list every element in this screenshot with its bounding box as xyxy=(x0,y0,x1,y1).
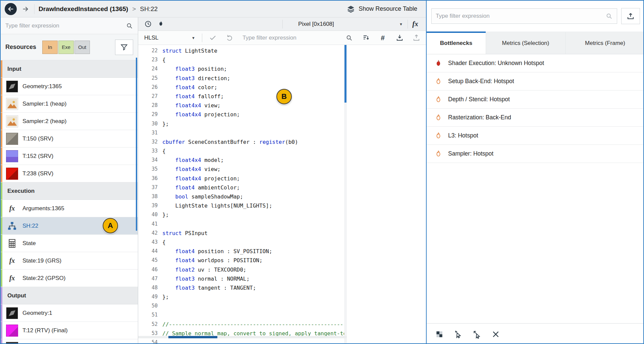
breadcrumb-resource[interactable]: SH:22 xyxy=(140,5,158,13)
back-button[interactable] xyxy=(5,3,17,15)
code-line-45[interactable]: 45 float4 worldpos : POSITION; xyxy=(138,256,347,265)
code-line-49[interactable]: 49}; xyxy=(138,292,347,301)
tab-metrics-selection[interactable]: Metrics (Selection) xyxy=(486,32,565,54)
bottleneck-item-sampler-hotspot[interactable]: Sampler: Hotspot xyxy=(427,145,644,163)
code-line-25[interactable]: 25 float3 direction; xyxy=(138,74,347,83)
code-line-32[interactable]: 32cbuffer SceneConstantBuffer : register… xyxy=(138,137,347,147)
code-line-29[interactable]: 29 float4x4 projection; xyxy=(138,110,347,119)
tab-metrics-frame[interactable]: Metrics (Frame) xyxy=(565,32,644,54)
code-line-28[interactable]: 28 float4x4 view; xyxy=(138,101,347,110)
metrics-filter-input[interactable] xyxy=(436,13,603,19)
export-metrics-button[interactable] xyxy=(621,8,640,24)
section-stripe xyxy=(1,113,2,130)
apply-button[interactable] xyxy=(206,32,219,44)
code-line-41[interactable]: 41 xyxy=(138,220,347,229)
chevron-down-icon: ▼ xyxy=(192,36,195,40)
sort-lines-button[interactable] xyxy=(360,32,372,44)
resource-item-state-22-gpso[interactable]: fxState:22 (GPSO) xyxy=(1,270,138,287)
resource-item-t-150-srv[interactable]: T:150 (SRV) xyxy=(1,130,138,148)
pixel-selector-dropdown[interactable]: Pixel [0x1608] ▼ xyxy=(283,21,408,27)
code-line-30[interactable]: 30}; xyxy=(138,119,347,128)
code-editor[interactable]: 22struct LightState23{24 float3 position… xyxy=(138,45,347,344)
code-filter-input[interactable] xyxy=(243,35,343,41)
code-line-43[interactable]: 43{ xyxy=(138,238,347,247)
code-horizontal-scrollbar[interactable] xyxy=(138,336,347,338)
scrollbar-thumb[interactable] xyxy=(168,336,217,338)
code-line-50[interactable]: 50 xyxy=(138,301,347,310)
select-region-button[interactable] xyxy=(470,328,484,341)
annotation-marker-a[interactable]: A xyxy=(103,218,118,233)
forward-button[interactable] xyxy=(21,4,30,14)
tex-magenta-icon xyxy=(6,325,18,337)
resource-item-arguments-1365[interactable]: fxArguments:1365 xyxy=(1,200,138,217)
resource-item-sampler-1-heap[interactable]: Sampler:1 (heap) xyxy=(1,95,138,113)
code-line-44[interactable]: 44 float4 position : SV_POSITION; xyxy=(138,247,347,256)
annotation-marker-b[interactable]: B xyxy=(276,89,292,104)
code-line-48[interactable]: 48 float3 tangent : TANGENT; xyxy=(138,283,347,292)
resources-filter-input[interactable] xyxy=(5,22,123,29)
divider xyxy=(202,34,202,42)
resource-item-t-12-rtv-final[interactable]: T:12 (RTV) (Final) xyxy=(1,322,138,339)
bottleneck-item-l3-hotspot[interactable]: L3: Hotspot xyxy=(427,127,644,145)
code-line-39[interactable]: 39 LightState lights[NUM_LIGHTS]; xyxy=(138,201,347,210)
line-number: 23 xyxy=(138,55,158,64)
filter-funnel-button[interactable] xyxy=(115,40,133,55)
resource-item-geometry-1[interactable]: Geometry:1 xyxy=(1,304,138,322)
code-vertical-scrollbar[interactable] xyxy=(344,45,347,344)
pick-pixel-button[interactable] xyxy=(451,328,465,341)
bottleneck-item-shader-execution-unknown-hotspot[interactable]: Shader Execution: Unknown Hotspot xyxy=(427,54,644,72)
code-line-23[interactable]: 23{ xyxy=(138,55,347,64)
code-line-47[interactable]: 47 float3 normal : NORMAL; xyxy=(138,274,347,283)
toggle-in[interactable]: In xyxy=(42,41,58,54)
code-line-35[interactable]: 35 float4x4 view; xyxy=(138,165,347,174)
toggle-exe[interactable]: Exe xyxy=(58,41,74,54)
code-line-34[interactable]: 34 float4x4 model; xyxy=(138,156,347,165)
hotspot-flame-icon xyxy=(434,59,443,68)
code-line-27[interactable]: 27 float4 falloff; xyxy=(138,92,347,101)
revert-button[interactable] xyxy=(223,32,236,44)
code-line-22[interactable]: 22struct LightState xyxy=(138,46,347,55)
bottleneck-label: Depth / Stencil: Hotspot xyxy=(448,96,510,103)
swatch-tool-button[interactable] xyxy=(433,328,446,341)
code-text: { xyxy=(162,147,166,156)
code-line-54[interactable]: 54 xyxy=(138,338,347,344)
line-numbers-button[interactable]: # xyxy=(376,34,389,42)
code-line-42[interactable]: 42struct PSInput xyxy=(138,229,347,238)
hotspot-flame-button[interactable] xyxy=(154,18,167,30)
code-line-33[interactable]: 33{ xyxy=(138,147,347,156)
code-line-38[interactable]: 38 bool sampleShadowMap; xyxy=(138,192,347,201)
resource-item-t-152-srv[interactable]: T:152 (SRV) xyxy=(1,148,138,165)
resource-item-t-238-srv[interactable]: T:238 (SRV) xyxy=(1,165,138,182)
resource-item-sampler-2-heap[interactable]: Sampler:2 (heap) xyxy=(1,113,138,130)
resource-list-scrollbar[interactable] xyxy=(136,58,137,231)
history-clock-button[interactable] xyxy=(142,18,154,30)
code-line-24[interactable]: 24 float3 position; xyxy=(138,64,347,73)
download-shader-button[interactable] xyxy=(393,32,406,44)
language-dropdown[interactable]: HLSL ▼ xyxy=(142,35,198,41)
bottleneck-item-setup-back-end-hotspot[interactable]: Setup Back-End: Hotspot xyxy=(427,72,644,91)
tab-bottlenecks[interactable]: Bottlenecks xyxy=(427,32,486,54)
code-line-52[interactable]: 52//------------------------------------… xyxy=(138,320,347,329)
toggle-out[interactable]: Out xyxy=(74,41,90,54)
resource-item-geometry-1365[interactable]: Geometry:1365 xyxy=(1,78,138,95)
bottleneck-item-rasterization-back-end[interactable]: Rasterization: Back-End xyxy=(427,109,644,127)
clear-selection-button[interactable] xyxy=(489,328,502,341)
scrollbar-thumb[interactable] xyxy=(344,45,346,103)
code-text: //--------------------------------------… xyxy=(162,320,347,329)
code-line-40[interactable]: 40}; xyxy=(138,210,347,219)
export-shader-button[interactable] xyxy=(410,32,423,44)
code-line-36[interactable]: 36 float4x4 projection; xyxy=(138,174,347,183)
section-stripe xyxy=(1,130,2,147)
code-line-31[interactable]: 31 xyxy=(138,128,347,137)
code-line-46[interactable]: 46 float2 uv : TEXCOORD0; xyxy=(138,265,347,274)
breadcrumb-event[interactable]: DrawIndexedInstanced (1365) xyxy=(39,5,128,13)
show-resource-table-button[interactable]: Show Resource Table xyxy=(346,5,422,13)
bottleneck-item-depth-stencil-hotspot[interactable]: Depth / Stencil: Hotspot xyxy=(427,91,644,109)
resource-item-t-25-dsv[interactable]: T:25 (DSV) xyxy=(1,339,138,344)
fx-profiler-button[interactable]: fx xyxy=(408,20,423,28)
code-line-37[interactable]: 37 float4 ambientColor; xyxy=(138,183,347,192)
resource-item-state-19-grs[interactable]: fxState:19 (GRS) xyxy=(1,252,138,270)
code-line-51[interactable]: 51 xyxy=(138,310,347,320)
resource-item-state[interactable]: State xyxy=(1,235,138,252)
code-line-26[interactable]: 26 float4 color; xyxy=(138,83,347,92)
